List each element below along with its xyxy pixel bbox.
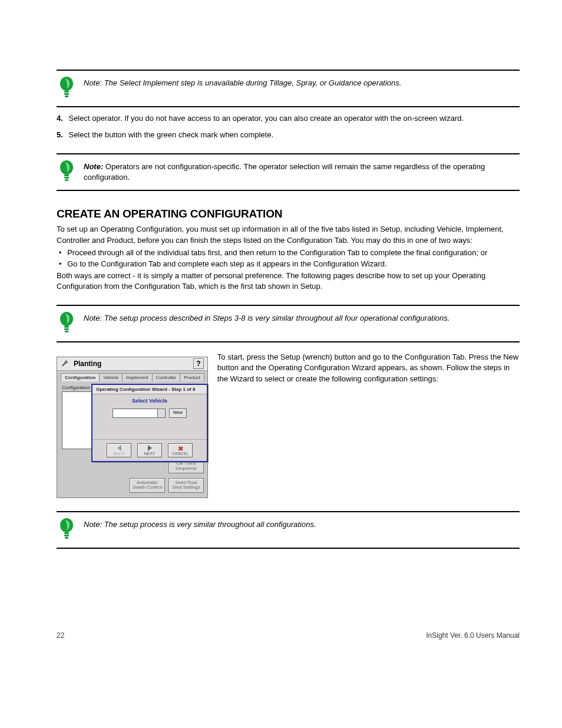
tip2-rest: Operators are not configuration-specific… — [84, 162, 485, 182]
tab-configuration[interactable]: Configuration — [61, 373, 100, 381]
wizard-button-row: BACK NEXT ✖ CANCEL — [92, 439, 207, 461]
option-1-text: Proceed through all of the individual ta… — [67, 248, 487, 257]
svg-point-12 — [60, 518, 73, 532]
tip-text-4: Note: The setup process is very similar … — [84, 517, 520, 530]
svg-point-4 — [60, 160, 73, 174]
figure-row: Planting ? Configuration Vehicle Impleme… — [57, 348, 520, 498]
close-icon: ✖ — [178, 446, 183, 452]
chevron-down-icon — [160, 412, 163, 414]
bulb-icon — [57, 159, 77, 185]
tip-text-1: Note: The Select Implement step is unava… — [84, 75, 520, 88]
panel-footer-2: Automatic Swath Control Seed Row Shut Se… — [57, 478, 207, 498]
step-4-num: 4. — [57, 114, 63, 123]
page-footer: 22 InSight Ver. 6.0 Users Manual — [57, 631, 520, 640]
tip-box-4: Note: The setup process is very similar … — [57, 511, 520, 549]
svg-rect-6 — [64, 177, 69, 179]
svg-rect-9 — [64, 326, 69, 328]
svg-rect-5 — [64, 174, 69, 176]
tab-implement[interactable]: Implement — [122, 373, 152, 381]
wrench-icon — [61, 359, 70, 368]
step-4-text: Select operator. If you do not have acce… — [68, 114, 464, 123]
bullet-icon: • — [59, 248, 62, 257]
figure-caption-para: To start, press the Setup (wrench) butto… — [217, 348, 520, 384]
svg-point-0 — [60, 77, 73, 91]
back-button[interactable]: BACK — [107, 443, 131, 457]
help-button[interactable]: ? — [193, 358, 204, 369]
config-wizard: Operating Configuration Wizard - Step 1 … — [91, 384, 208, 462]
wizard-title: Operating Configuration Wizard - Step 1 … — [92, 385, 207, 394]
tab-bar: Configuration Vehicle Implement Controll… — [57, 371, 207, 381]
page-root: Note: The Select Implement step is unava… — [0, 0, 562, 728]
step-5: 5. Select the button with the green chec… — [57, 130, 520, 140]
auto-swath-button[interactable]: Automatic Swath Control — [130, 478, 165, 493]
tip-text-3: Note: The setup process described in Ste… — [84, 311, 520, 324]
svg-rect-11 — [65, 331, 68, 332]
option-2: • Go to the Configuration Tab and comple… — [59, 259, 520, 268]
bullet-icon: • — [59, 259, 62, 268]
svg-rect-13 — [64, 532, 69, 534]
triangle-left-icon — [117, 445, 121, 451]
bulb-icon — [57, 75, 77, 101]
tip-box-1: Note: The Select Implement step is unava… — [57, 70, 520, 107]
step-5-num: 5. — [57, 130, 63, 139]
window-titlebar: Planting ? — [57, 357, 207, 371]
svg-rect-2 — [64, 93, 69, 95]
cancel-button[interactable]: ✖ CANCEL — [168, 443, 193, 457]
page-number: 22 — [57, 631, 64, 640]
screenshot-panel: Planting ? Configuration Vehicle Impleme… — [57, 357, 208, 498]
outro-text: Both ways are correct - it is simply a m… — [57, 271, 520, 292]
svg-rect-7 — [65, 179, 68, 181]
cancel-label: CANCEL — [172, 452, 189, 456]
tab-controller[interactable]: Controller — [152, 373, 181, 381]
window-title: Planting — [74, 360, 190, 368]
tip-box-3: Note: The setup process described in Ste… — [57, 305, 520, 342]
next-label: NEXT — [144, 452, 156, 456]
tip-box-2: Note: Operators are not configuration-sp… — [57, 153, 520, 191]
svg-rect-15 — [65, 537, 68, 539]
tab-product[interactable]: Product — [180, 373, 204, 381]
svg-point-8 — [60, 312, 73, 326]
option-2-text: Go to the Configuration Tab and complete… — [67, 259, 386, 268]
intro-text: To set up an Operating Configuration, yo… — [57, 224, 520, 245]
back-label: BACK — [113, 452, 124, 456]
tip2-prefix: Note: — [84, 162, 103, 171]
svg-rect-1 — [64, 91, 69, 93]
next-button[interactable]: NEXT — [137, 443, 162, 457]
manual-title: InSight Ver. 6.0 Users Manual — [426, 631, 520, 640]
step-4: 4. Select operator. If you do not have a… — [57, 113, 520, 124]
tip-text-2: Note: Operators are not configuration-sp… — [84, 159, 520, 182]
svg-rect-10 — [64, 328, 69, 330]
triangle-right-icon — [148, 445, 152, 451]
new-button[interactable]: New — [169, 409, 187, 418]
wizard-row: New — [92, 409, 207, 436]
bulb-icon — [57, 311, 77, 337]
tab-vehicle[interactable]: Vehicle — [99, 373, 123, 381]
window-body: Configuration List on Operating Configur… — [57, 381, 207, 455]
svg-rect-14 — [64, 535, 69, 536]
wizard-subtitle: Select Vehicle — [92, 394, 207, 409]
bulb-icon — [57, 517, 77, 543]
vehicle-select[interactable] — [113, 409, 166, 418]
section-heading: CREATE AN OPERATING CONFIGURATION — [57, 207, 520, 220]
seed-row-button[interactable]: Seed Row Shut Settings — [168, 478, 204, 493]
svg-rect-3 — [65, 95, 68, 97]
option-1: • Proceed through all of the individual … — [59, 248, 520, 257]
step-5-text: Select the button with the green check m… — [68, 130, 273, 139]
